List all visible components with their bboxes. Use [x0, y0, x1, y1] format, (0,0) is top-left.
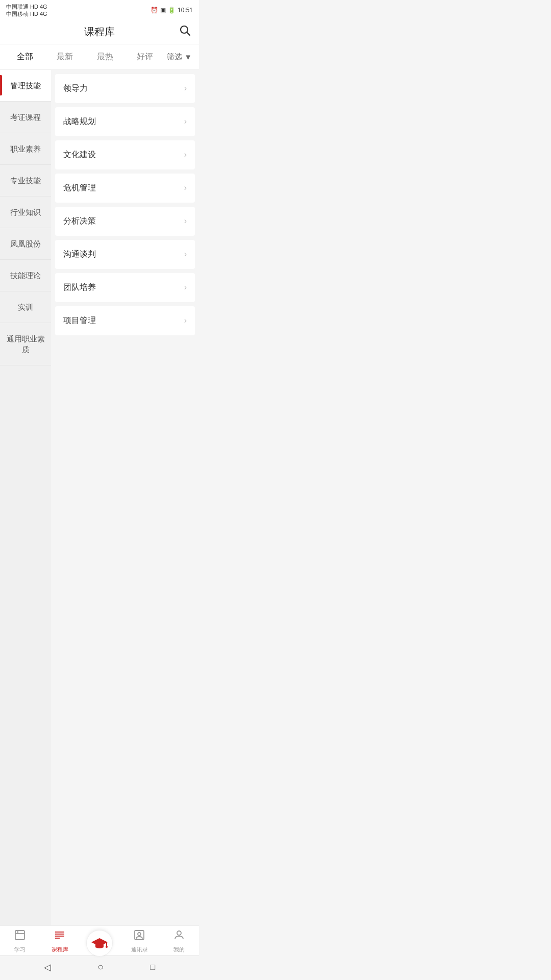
search-button[interactable] — [179, 24, 191, 39]
study-icon — [14, 929, 26, 944]
nav-item-mine[interactable]: 我的 — [159, 929, 199, 953]
item-label: 文化建设 — [63, 150, 96, 160]
carrier2: 中国移动 HD 4G — [6, 10, 47, 17]
item-label: 战略规划 — [63, 116, 96, 127]
status-right: ⏰ ▣ 🔋 10:51 — [151, 7, 193, 14]
chevron-right-icon: › — [184, 183, 187, 192]
nav-item-contacts[interactable]: 通讯录 — [119, 929, 159, 953]
chevron-right-icon: › — [184, 316, 187, 325]
svg-rect-2 — [15, 930, 24, 940]
list-item-analysis[interactable]: 分析决策 › — [55, 207, 195, 236]
recent-button[interactable]: □ — [151, 963, 156, 972]
sidebar-item-industry[interactable]: 行业知识 — [0, 197, 51, 228]
carrier-info: 中国联通 HD 4G 中国移动 HD 4G — [6, 3, 47, 18]
tab-praised[interactable]: 好评 — [125, 44, 165, 69]
bottom-wrapper: 学习 课程库 — [0, 925, 199, 980]
list-item-strategy[interactable]: 战略规划 › — [55, 107, 195, 136]
svg-point-13 — [138, 933, 141, 936]
item-label: 分析决策 — [63, 216, 96, 227]
time-display: 10:51 — [178, 7, 193, 14]
sidebar-item-skilltheory[interactable]: 技能理论 — [0, 260, 51, 291]
svg-point-14 — [177, 931, 181, 935]
item-label: 危机管理 — [63, 183, 96, 193]
item-label: 沟通谈判 — [63, 249, 96, 260]
tab-hottest[interactable]: 最热 — [85, 44, 125, 69]
main-content: 管理技能 考证课程 职业素养 专业技能 行业知识 凤凰股份 技能理论 实训 通用… — [0, 70, 199, 943]
chevron-right-icon: › — [184, 117, 187, 126]
sim-icon: ▣ — [160, 7, 166, 14]
home-cap-icon — [86, 930, 113, 957]
sidebar-item-fenghuang[interactable]: 凤凰股份 — [0, 228, 51, 260]
system-nav-bar: ◁ ○ □ — [0, 955, 199, 980]
mine-label: 我的 — [173, 946, 185, 953]
mine-icon — [173, 929, 185, 944]
study-label: 学习 — [14, 946, 26, 953]
subcategory-list: 领导力 › 战略规划 › 文化建设 › 危机管理 › 分析决策 › 沟通谈判 ›… — [51, 70, 199, 943]
list-item-leadership[interactable]: 领导力 › — [55, 74, 195, 103]
chevron-right-icon: › — [184, 250, 187, 259]
list-item-team[interactable]: 团队培养 › — [55, 273, 195, 302]
svg-point-11 — [106, 946, 108, 948]
status-bar: 中国联通 HD 4G 中国移动 HD 4G ⏰ ▣ 🔋 10:51 — [0, 0, 199, 20]
course-icon — [54, 929, 66, 944]
sidebar-item-vocational[interactable]: 职业素养 — [0, 133, 51, 165]
nav-item-study[interactable]: 学习 — [0, 929, 40, 953]
list-item-communication[interactable]: 沟通谈判 › — [55, 240, 195, 269]
contacts-label: 通讯录 — [131, 946, 148, 953]
course-label: 课程库 — [52, 946, 68, 953]
page-header: 课程库 — [0, 20, 199, 44]
item-label: 领导力 — [63, 83, 88, 94]
carrier1: 中国联通 HD 4G — [6, 3, 47, 10]
sidebar-item-general[interactable]: 通用职业素质 — [0, 323, 51, 365]
bottom-navigation: 学习 课程库 — [0, 925, 199, 955]
filter-bar: 全部 最新 最热 好评 筛选 ▼ — [0, 44, 199, 70]
svg-line-1 — [187, 33, 190, 36]
item-label: 团队培养 — [63, 282, 96, 293]
filter-icon: ▼ — [184, 53, 192, 61]
sidebar-item-professional[interactable]: 专业技能 — [0, 165, 51, 197]
nav-item-course[interactable]: 课程库 — [40, 929, 80, 953]
tab-newest[interactable]: 最新 — [45, 44, 85, 69]
sidebar-item-management[interactable]: 管理技能 — [0, 70, 51, 102]
chevron-right-icon: › — [184, 84, 187, 93]
tab-all[interactable]: 全部 — [5, 44, 45, 69]
chevron-right-icon: › — [184, 283, 187, 292]
battery-icon: 🔋 — [168, 7, 176, 14]
page-title: 课程库 — [84, 25, 115, 39]
chevron-right-icon: › — [184, 150, 187, 159]
sidebar-item-training[interactable]: 实训 — [0, 291, 51, 323]
category-sidebar: 管理技能 考证课程 职业素养 专业技能 行业知识 凤凰股份 技能理论 实训 通用… — [0, 70, 51, 943]
home-button[interactable]: ○ — [97, 961, 104, 973]
list-item-crisis[interactable]: 危机管理 › — [55, 174, 195, 203]
chevron-right-icon: › — [184, 216, 187, 226]
item-label: 项目管理 — [63, 315, 96, 326]
back-button[interactable]: ◁ — [44, 962, 51, 973]
contacts-icon — [133, 929, 145, 944]
list-item-culture[interactable]: 文化建设 › — [55, 140, 195, 169]
sidebar-item-certificate[interactable]: 考证课程 — [0, 102, 51, 133]
filter-button[interactable]: 筛选 ▼ — [165, 45, 194, 69]
filter-label: 筛选 — [167, 52, 182, 62]
clock-icon: ⏰ — [151, 7, 158, 14]
list-item-project[interactable]: 项目管理 › — [55, 306, 195, 335]
